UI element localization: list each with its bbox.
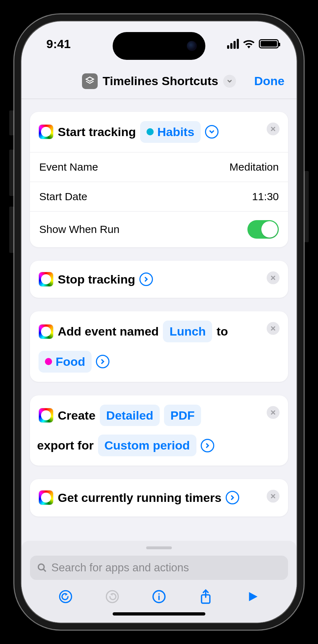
action-card[interactable]: Get currently running timers xyxy=(30,479,288,516)
remove-button[interactable] xyxy=(267,322,279,335)
chevron-right-icon[interactable] xyxy=(96,355,109,368)
token-label: Custom period xyxy=(104,436,190,455)
play-button[interactable] xyxy=(244,588,261,605)
bottom-toolbar xyxy=(30,580,288,623)
app-icon xyxy=(39,490,53,505)
value-token[interactable]: Detailed xyxy=(100,405,160,426)
action-text: export for xyxy=(37,436,94,455)
status-time: 9:41 xyxy=(46,37,71,51)
undo-button[interactable] xyxy=(57,588,74,605)
svg-line-11 xyxy=(43,569,46,572)
param-value: Meditation xyxy=(230,161,279,173)
param-label: Event Name xyxy=(39,161,98,173)
tag-dot xyxy=(45,358,52,365)
tag-token[interactable]: Habits xyxy=(140,121,201,143)
share-button[interactable] xyxy=(197,588,214,605)
wifi-icon xyxy=(242,39,255,48)
token-label: PDF xyxy=(170,406,195,425)
search-input[interactable]: Search for apps and actions xyxy=(30,556,288,580)
chevron-down-icon[interactable] xyxy=(223,75,236,88)
app-icon xyxy=(39,324,53,339)
token-label: Detailed xyxy=(106,406,153,425)
param-row[interactable]: Start Date 11:30 xyxy=(30,182,288,211)
redo-button[interactable] xyxy=(104,588,121,605)
svg-point-10 xyxy=(39,564,44,570)
action-verb: Stop tracking xyxy=(58,270,135,289)
done-button[interactable]: Done xyxy=(254,74,284,88)
search-icon xyxy=(37,563,47,573)
chevron-right-icon[interactable] xyxy=(226,491,239,504)
action-card[interactable]: Start tracking Habits Event N xyxy=(30,112,288,247)
tag-label: Food xyxy=(56,352,85,371)
svg-marker-18 xyxy=(249,592,258,601)
action-card[interactable]: Stop tracking xyxy=(30,261,288,298)
search-placeholder: Search for apps and actions xyxy=(51,561,189,574)
action-text: Create xyxy=(58,406,96,425)
app-icon xyxy=(39,272,53,287)
cellular-signal-icon xyxy=(227,39,239,49)
chevron-right-icon[interactable] xyxy=(201,439,214,452)
actions-list: Start tracking Habits Event N xyxy=(21,99,297,539)
info-button[interactable] xyxy=(150,588,168,605)
token-label: Lunch xyxy=(169,322,206,341)
nav-bar: Timelines Shortcuts Done xyxy=(21,63,297,99)
value-token[interactable]: Lunch xyxy=(163,321,212,342)
dynamic-island xyxy=(113,32,205,60)
remove-button[interactable] xyxy=(267,490,279,503)
chevron-right-icon[interactable] xyxy=(139,272,153,286)
shortcut-icon[interactable] xyxy=(82,73,98,89)
action-verb: Get currently running timers xyxy=(58,488,221,507)
value-token[interactable]: Custom period xyxy=(98,435,196,456)
app-icon xyxy=(39,124,53,139)
app-icon xyxy=(39,408,53,423)
param-row[interactable]: Event Name Meditation xyxy=(30,152,288,182)
chevron-down-icon[interactable] xyxy=(205,125,219,139)
param-row: Show When Run xyxy=(30,211,288,247)
action-text: Add event named xyxy=(58,322,159,341)
battery-icon xyxy=(259,39,279,48)
tag-token[interactable]: Food xyxy=(39,351,92,373)
param-label: Show When Run xyxy=(39,223,119,235)
param-label: Start Date xyxy=(39,191,87,203)
tag-label: Habits xyxy=(157,123,194,141)
tag-dot xyxy=(147,128,154,135)
nav-title: Timelines Shortcuts xyxy=(103,74,218,88)
search-panel[interactable]: Search for apps and actions xyxy=(21,541,297,623)
toggle-switch[interactable] xyxy=(247,220,279,239)
param-value: 11:30 xyxy=(252,191,279,203)
home-indicator[interactable] xyxy=(113,612,205,616)
value-token[interactable]: PDF xyxy=(164,405,201,426)
remove-button[interactable] xyxy=(267,123,279,135)
action-verb: Start tracking xyxy=(58,123,136,141)
svg-point-16 xyxy=(158,593,160,595)
remove-button[interactable] xyxy=(267,406,279,419)
action-text: to xyxy=(216,322,228,341)
action-card[interactable]: Create Detailed PDF export for Custom pe… xyxy=(30,395,288,466)
action-card[interactable]: Add event named Lunch to Food xyxy=(30,311,288,381)
drag-handle[interactable] xyxy=(146,546,172,549)
remove-button[interactable] xyxy=(267,271,279,284)
